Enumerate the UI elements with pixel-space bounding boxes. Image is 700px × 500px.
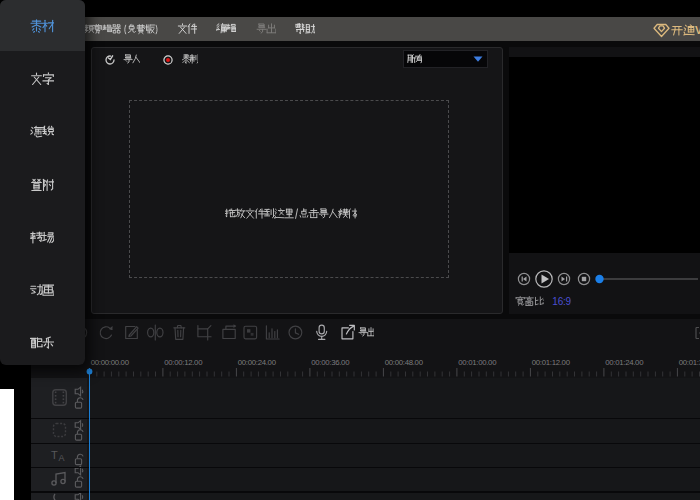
svg-text:T: T [51, 449, 58, 461]
svg-text:A: A [59, 453, 65, 463]
